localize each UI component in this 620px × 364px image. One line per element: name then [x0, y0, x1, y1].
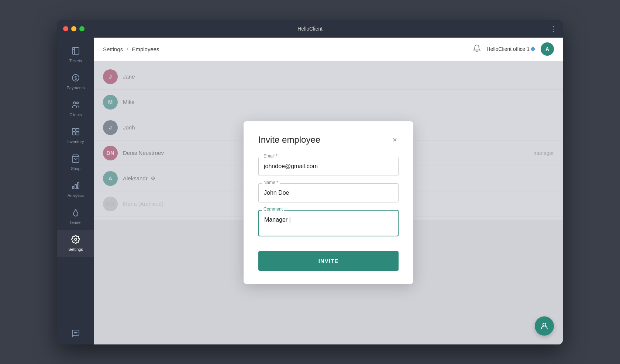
svg-point-16: [74, 332, 75, 333]
svg-point-5: [73, 102, 76, 104]
header-right: HelloClient office 1 A: [473, 42, 554, 56]
close-dot[interactable]: [63, 26, 68, 31]
office-selector[interactable]: HelloClient office 1: [487, 46, 535, 52]
inventory-label: Inventory: [67, 139, 84, 144]
office-name: HelloClient office 1: [487, 46, 530, 52]
tender-icon: [71, 208, 80, 218]
comment-field-label: Comment: [262, 207, 284, 212]
svg-point-19: [543, 323, 546, 326]
app-window: HelloClient ⋮ Tickets: [57, 20, 563, 344]
svg-rect-7: [72, 128, 75, 131]
svg-point-15: [75, 238, 77, 240]
svg-text:$: $: [74, 75, 77, 81]
sidebar-item-clients[interactable]: Clients: [57, 95, 94, 122]
comment-textarea[interactable]: Manager |: [258, 210, 399, 236]
name-input[interactable]: [258, 183, 399, 202]
svg-rect-0: [72, 48, 79, 54]
name-field-group: Name *: [258, 183, 399, 202]
breadcrumb-settings[interactable]: Settings: [103, 46, 123, 52]
comment-field-group: Comment Manager |: [258, 210, 399, 238]
svg-rect-10: [76, 132, 79, 135]
svg-point-6: [77, 102, 79, 104]
tickets-label: Tickets: [69, 59, 82, 63]
sidebar-item-inventory[interactable]: Inventory: [57, 122, 94, 149]
breadcrumb: Settings / Employees: [103, 46, 473, 52]
modal-close-button[interactable]: ×: [391, 135, 399, 145]
minimize-dot[interactable]: [71, 26, 76, 31]
sidebar-item-tender[interactable]: Tender: [57, 203, 94, 230]
tickets-icon: [71, 46, 80, 57]
shop-icon: [71, 154, 80, 164]
chat-icon: [71, 329, 80, 339]
page-header: Settings / Employees HelloClient office …: [94, 38, 563, 61]
modal-overlay: Invite employee × Email * Name *: [94, 61, 563, 344]
main-content: Settings / Employees HelloClient office …: [94, 38, 563, 344]
breadcrumb-current: Employees: [132, 46, 159, 52]
svg-rect-9: [72, 132, 75, 135]
titlebar: HelloClient ⋮: [57, 20, 563, 38]
window-controls: [63, 26, 85, 31]
svg-rect-12: [72, 186, 74, 189]
settings-label: Settings: [68, 247, 83, 252]
settings-icon: [71, 235, 80, 245]
svg-rect-8: [76, 128, 79, 131]
payments-label: Payments: [67, 86, 85, 90]
sidebar-item-settings[interactable]: Settings: [57, 230, 94, 257]
svg-rect-14: [78, 183, 79, 189]
app-body: Tickets $ Payments: [57, 38, 563, 344]
analytics-label: Analytics: [68, 193, 84, 198]
user-avatar[interactable]: A: [541, 42, 554, 56]
clients-label: Clients: [69, 112, 82, 117]
modal-header: Invite employee ×: [258, 135, 399, 145]
email-field-label: Email *: [262, 153, 279, 159]
clients-icon: [71, 100, 80, 111]
sidebar-item-analytics[interactable]: Analytics: [57, 176, 94, 203]
shop-label: Shop: [71, 166, 80, 171]
analytics-icon: [71, 181, 80, 191]
email-field-group: Email *: [258, 157, 399, 176]
employees-area: J Jane M Mike J Jonh DN Denis Neustroev: [94, 61, 563, 344]
name-field-label: Name *: [262, 180, 280, 185]
notifications-bell[interactable]: [473, 44, 481, 54]
breadcrumb-separator: /: [127, 46, 128, 52]
sidebar: Tickets $ Payments: [57, 38, 94, 344]
svg-rect-13: [75, 184, 76, 189]
sidebar-item-shop[interactable]: Shop: [57, 149, 94, 176]
svg-point-17: [75, 332, 76, 333]
maximize-dot[interactable]: [79, 26, 85, 31]
sidebar-item-payments[interactable]: $ Payments: [57, 68, 94, 95]
svg-point-18: [76, 332, 77, 333]
modal-title: Invite employee: [258, 135, 320, 145]
float-action-button[interactable]: [535, 316, 554, 336]
sidebar-item-tickets[interactable]: Tickets: [57, 41, 94, 68]
invite-button[interactable]: INVITE: [258, 251, 399, 271]
tender-label: Tender: [69, 220, 82, 225]
office-diamond-icon: [530, 46, 535, 52]
sidebar-item-chat[interactable]: [57, 324, 94, 344]
payments-icon: $: [71, 73, 80, 84]
invite-employee-modal: Invite employee × Email * Name *: [244, 121, 413, 284]
titlebar-menu-button[interactable]: ⋮: [550, 24, 557, 33]
email-input[interactable]: [258, 157, 399, 176]
inventory-icon: [71, 127, 80, 138]
app-title: HelloClient: [297, 26, 323, 32]
